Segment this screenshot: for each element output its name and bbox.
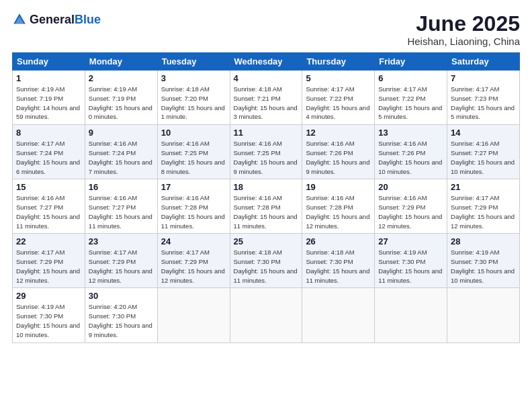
daylight-label: Daylight: 15 hours and 0 minutes. [89, 104, 152, 121]
day-info: Sunrise: 4:18 AM Sunset: 7:30 PM Dayligh… [234, 248, 299, 285]
sunrise-label: Sunrise: 4:16 AM [161, 194, 210, 201]
table-row: 1 Sunrise: 4:19 AM Sunset: 7:19 PM Dayli… [13, 71, 85, 125]
daylight-label: Daylight: 15 hours and 10 minutes. [451, 267, 515, 284]
day-info: Sunrise: 4:18 AM Sunset: 7:30 PM Dayligh… [306, 248, 371, 285]
table-row: 29 Sunrise: 4:19 AM Sunset: 7:30 PM Dayl… [13, 288, 85, 342]
table-row: 9 Sunrise: 4:16 AM Sunset: 7:24 PM Dayli… [85, 125, 157, 179]
table-row: 4 Sunrise: 4:18 AM Sunset: 7:21 PM Dayli… [230, 71, 302, 125]
day-number: 4 [234, 73, 299, 83]
day-info: Sunrise: 4:17 AM Sunset: 7:29 PM Dayligh… [89, 248, 154, 285]
day-info: Sunrise: 4:17 AM Sunset: 7:24 PM Dayligh… [16, 139, 81, 176]
table-row: 17 Sunrise: 4:16 AM Sunset: 7:28 PM Dayl… [157, 179, 230, 234]
sunrise-label: Sunrise: 4:17 AM [89, 248, 137, 256]
sunset-label: Sunset: 7:30 PM [451, 258, 498, 265]
title-block: June 2025 Heishan, Liaoning, China [407, 12, 520, 47]
sunrise-label: Sunrise: 4:17 AM [16, 248, 64, 256]
day-number: 17 [161, 182, 226, 192]
sunrise-label: Sunrise: 4:16 AM [451, 140, 499, 147]
sunrise-label: Sunrise: 4:18 AM [306, 248, 354, 256]
sunset-label: Sunset: 7:30 PM [378, 258, 425, 265]
sunset-label: Sunset: 7:27 PM [16, 203, 63, 211]
day-info: Sunrise: 4:16 AM Sunset: 7:25 PM Dayligh… [234, 139, 299, 176]
day-info: Sunrise: 4:16 AM Sunset: 7:25 PM Dayligh… [161, 139, 226, 176]
day-info: Sunrise: 4:16 AM Sunset: 7:28 PM Dayligh… [234, 193, 299, 230]
sunset-label: Sunset: 7:21 PM [234, 95, 281, 102]
sunset-label: Sunset: 7:27 PM [89, 203, 136, 211]
day-number: 15 [16, 182, 81, 192]
calendar-week-row: 22 Sunrise: 4:17 AM Sunset: 7:29 PM Dayl… [13, 234, 520, 288]
sunrise-label: Sunrise: 4:16 AM [306, 140, 354, 147]
table-row: 3 Sunrise: 4:18 AM Sunset: 7:20 PM Dayli… [157, 71, 230, 125]
day-info: Sunrise: 4:17 AM Sunset: 7:29 PM Dayligh… [451, 193, 516, 230]
daylight-label: Daylight: 15 hours and 11 minutes. [89, 213, 152, 230]
table-row [230, 288, 302, 342]
day-info: Sunrise: 4:17 AM Sunset: 7:22 PM Dayligh… [378, 85, 443, 122]
daylight-label: Daylight: 15 hours and 9 minutes. [306, 158, 369, 175]
day-number: 9 [89, 128, 154, 138]
sunrise-label: Sunrise: 4:16 AM [306, 194, 354, 201]
daylight-label: Daylight: 14 hours and 59 minutes. [16, 104, 80, 121]
sunset-label: Sunset: 7:26 PM [378, 149, 425, 156]
sunset-label: Sunset: 7:25 PM [234, 149, 281, 156]
day-number: 14 [451, 128, 516, 138]
sunrise-label: Sunrise: 4:16 AM [378, 140, 427, 147]
daylight-label: Daylight: 15 hours and 10 minutes. [16, 322, 80, 338]
day-number: 18 [234, 182, 299, 192]
col-monday: Monday [85, 53, 157, 71]
daylight-label: Daylight: 15 hours and 12 minutes. [451, 213, 515, 230]
col-friday: Friday [375, 53, 447, 71]
table-row: 6 Sunrise: 4:17 AM Sunset: 7:22 PM Dayli… [375, 71, 447, 125]
day-number: 12 [306, 128, 371, 138]
daylight-label: Daylight: 15 hours and 6 minutes. [16, 158, 80, 175]
sunset-label: Sunset: 7:28 PM [161, 203, 208, 211]
day-info: Sunrise: 4:17 AM Sunset: 7:23 PM Dayligh… [451, 85, 516, 122]
sunrise-label: Sunrise: 4:17 AM [378, 85, 427, 93]
table-row: 16 Sunrise: 4:16 AM Sunset: 7:27 PM Dayl… [85, 179, 157, 234]
table-row: 27 Sunrise: 4:19 AM Sunset: 7:30 PM Dayl… [375, 234, 447, 288]
calendar-week-row: 15 Sunrise: 4:16 AM Sunset: 7:27 PM Dayl… [13, 179, 520, 234]
sunset-label: Sunset: 7:19 PM [16, 95, 63, 102]
day-number: 5 [306, 73, 371, 83]
day-info: Sunrise: 4:19 AM Sunset: 7:30 PM Dayligh… [378, 248, 443, 285]
col-tuesday: Tuesday [157, 53, 230, 71]
sunset-label: Sunset: 7:28 PM [306, 203, 353, 211]
sunrise-label: Sunrise: 4:19 AM [89, 85, 137, 93]
sunrise-label: Sunrise: 4:16 AM [378, 194, 427, 201]
sunrise-label: Sunrise: 4:18 AM [161, 85, 210, 93]
daylight-label: Daylight: 15 hours and 12 minutes. [161, 267, 225, 284]
daylight-label: Daylight: 15 hours and 12 minutes. [16, 267, 80, 284]
day-info: Sunrise: 4:16 AM Sunset: 7:29 PM Dayligh… [378, 193, 443, 230]
day-number: 20 [378, 182, 443, 192]
daylight-label: Daylight: 15 hours and 11 minutes. [234, 213, 298, 230]
table-row [375, 288, 447, 342]
page: GeneralBlue June 2025 Heishan, Liaoning,… [0, 0, 532, 411]
day-info: Sunrise: 4:16 AM Sunset: 7:27 PM Dayligh… [16, 193, 81, 230]
table-row [157, 288, 230, 342]
day-info: Sunrise: 4:17 AM Sunset: 7:29 PM Dayligh… [161, 248, 226, 285]
sunrise-label: Sunrise: 4:20 AM [89, 303, 137, 310]
table-row: 20 Sunrise: 4:16 AM Sunset: 7:29 PM Dayl… [375, 179, 447, 234]
daylight-label: Daylight: 15 hours and 12 minutes. [306, 213, 369, 230]
day-info: Sunrise: 4:17 AM Sunset: 7:22 PM Dayligh… [306, 85, 371, 122]
day-number: 30 [89, 291, 154, 301]
sunrise-label: Sunrise: 4:19 AM [16, 303, 64, 310]
sunset-label: Sunset: 7:25 PM [161, 149, 208, 156]
table-row: 28 Sunrise: 4:19 AM Sunset: 7:30 PM Dayl… [447, 234, 520, 288]
daylight-label: Daylight: 15 hours and 4 minutes. [306, 104, 369, 121]
day-number: 21 [451, 182, 516, 192]
sunrise-label: Sunrise: 4:16 AM [16, 194, 64, 201]
table-row: 5 Sunrise: 4:17 AM Sunset: 7:22 PM Dayli… [302, 71, 375, 125]
day-info: Sunrise: 4:18 AM Sunset: 7:21 PM Dayligh… [234, 85, 299, 122]
day-number: 22 [16, 236, 81, 246]
day-info: Sunrise: 4:20 AM Sunset: 7:30 PM Dayligh… [89, 302, 154, 339]
sunset-label: Sunset: 7:29 PM [161, 258, 208, 265]
sunrise-label: Sunrise: 4:17 AM [161, 248, 210, 256]
sunset-label: Sunset: 7:23 PM [451, 95, 498, 102]
day-info: Sunrise: 4:16 AM Sunset: 7:27 PM Dayligh… [451, 139, 516, 176]
daylight-label: Daylight: 15 hours and 12 minutes. [89, 267, 152, 284]
sunset-label: Sunset: 7:30 PM [16, 312, 63, 320]
daylight-label: Daylight: 15 hours and 1 minute. [161, 104, 225, 121]
day-number: 25 [234, 236, 299, 246]
sunset-label: Sunset: 7:29 PM [378, 203, 425, 211]
sunset-label: Sunset: 7:26 PM [306, 149, 353, 156]
